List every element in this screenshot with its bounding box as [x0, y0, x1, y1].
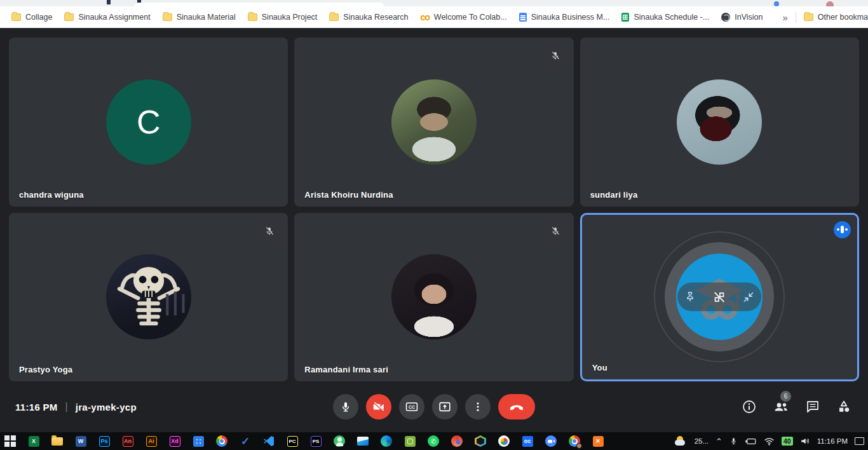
pycharm-icon[interactable]: PC [286, 435, 299, 447]
present-button[interactable] [432, 394, 458, 419]
mic-off-icon [264, 226, 275, 237]
call-end-icon [509, 399, 524, 414]
edge-icon[interactable] [380, 435, 393, 447]
participant-grid: C chandra wiguna Arista Khoiru Nurdina s… [9, 38, 859, 381]
mic-button[interactable] [333, 394, 358, 419]
bookmark-sinauka-project[interactable]: Sinauka Project [248, 13, 318, 22]
droidcam-icon[interactable] [403, 435, 416, 447]
grid-off-icon[interactable] [712, 290, 726, 304]
xampp-icon[interactable]: ✕ [592, 435, 604, 447]
file-explorer-icon[interactable] [51, 435, 64, 447]
more-options-button[interactable] [465, 394, 491, 419]
bookmark-sinauka-assignment[interactable]: Sinauka Assignment [64, 13, 150, 22]
present-screen-icon [438, 400, 452, 414]
hexagon-app-icon[interactable] [474, 435, 487, 447]
tile-chandra-wiguna[interactable]: C chandra wiguna [9, 38, 288, 207]
battery-icon[interactable] [745, 437, 757, 446]
mic-muted-badge [545, 45, 566, 67]
animate-icon[interactable]: An [121, 435, 134, 447]
bookmark-sinauka-schedule[interactable]: Sinauka Schedule -... [621, 13, 709, 22]
battery-percent-badge[interactable]: 40 [782, 437, 793, 446]
folder-icon [163, 13, 172, 21]
photoshop-icon[interactable]: Ps [98, 435, 111, 447]
avatar [106, 254, 191, 339]
whatsapp-icon[interactable]: ✆ [427, 435, 440, 447]
bookmarks-bar: Collage Sinauka Assignment Sinauka Mater… [0, 6, 868, 28]
volume-icon[interactable] [800, 437, 810, 446]
illustrator-icon[interactable]: Ai [145, 435, 158, 447]
chat-icon [805, 399, 820, 414]
captions-icon: CC [405, 400, 419, 414]
calendar-app-icon[interactable] [192, 435, 205, 447]
chrome-icon[interactable] [215, 435, 228, 447]
google-docs-icon [519, 13, 527, 22]
bookmark-sinauka-business[interactable]: Sinauka Business M... [519, 13, 610, 22]
mic-off-icon [550, 226, 561, 237]
adobe-xd-icon[interactable]: Xd [168, 435, 181, 447]
todo-check-icon[interactable]: ✓ [239, 435, 252, 447]
bookmark-sinauka-material[interactable]: Sinauka Material [163, 13, 236, 22]
mail-icon[interactable] [356, 435, 369, 447]
bookmark-welcome-colab[interactable]: co Welcome To Colab... [420, 13, 506, 22]
videocam-off-icon [372, 400, 386, 414]
activities-shapes-icon [836, 399, 851, 414]
bookmark-label: Sinauka Material [177, 13, 236, 22]
zoom-app-icon[interactable] [545, 435, 557, 447]
camera-off-button[interactable] [366, 394, 391, 419]
tile-arista-khoiru-nurdina[interactable]: Arista Khoiru Nurdina [294, 38, 573, 207]
participant-name: chandra wiguna [19, 190, 84, 200]
bookmark-label: Sinauka Schedule -... [634, 13, 709, 22]
folder-icon [329, 13, 339, 21]
folder-icon [64, 13, 74, 21]
tile-you[interactable]: You [580, 213, 859, 382]
other-bookmarks-button[interactable]: Other bookmarks [804, 13, 868, 22]
tile-ramandani-irma-sari[interactable]: Ramandani Irma sari [294, 213, 573, 382]
divider [796, 11, 796, 23]
avatar [391, 79, 477, 165]
bookmark-invision[interactable]: InVision [721, 13, 763, 22]
weather-temp[interactable]: 25... [695, 437, 709, 445]
self-tile-hover-controls [677, 283, 761, 311]
participants-button[interactable]: 6 [773, 399, 789, 414]
start-button[interactable] [4, 435, 17, 447]
globe-icon [721, 13, 730, 22]
weather-icon[interactable] [675, 436, 688, 446]
leave-call-button[interactable] [498, 394, 535, 419]
info-icon [742, 399, 757, 414]
profile-badge [576, 443, 582, 449]
mic-icon [339, 400, 352, 413]
bookmark-sinauka-research[interactable]: Sinauka Research [329, 13, 408, 22]
meet-control-bar: 11:16 PM | jra-ymek-ycp [0, 381, 868, 432]
red-swirl-app-icon[interactable] [451, 435, 463, 447]
skeleton-avatar-art [106, 254, 191, 339]
wifi-icon[interactable] [764, 437, 775, 446]
chrome-profile-window-icon[interactable] [568, 435, 581, 447]
chat-button[interactable] [805, 399, 820, 414]
pin-icon[interactable] [684, 290, 696, 303]
tile-sundari-liya[interactable]: sundari liya [580, 38, 859, 207]
pinwheel-app-icon[interactable] [498, 435, 510, 447]
avatar [391, 254, 477, 339]
excel-icon[interactable]: X [27, 435, 40, 447]
meeting-code[interactable]: jra-ymek-ycp [76, 402, 137, 412]
more-vert-icon [472, 401, 484, 412]
tile-prastyo-yoga[interactable]: Prastyo Yoga [9, 213, 288, 382]
meeting-details-button[interactable] [742, 399, 757, 414]
bookmark-collage[interactable]: Collage [11, 13, 52, 22]
activities-button[interactable] [836, 399, 851, 414]
bookmark-label: Sinauka Business M... [531, 13, 610, 22]
captions-button[interactable]: CC [399, 394, 424, 419]
action-center-icon[interactable] [855, 437, 864, 445]
browser-toolbar-remnant [0, 0, 868, 6]
bookmarks-overflow-chevron[interactable]: » [775, 12, 795, 23]
phpstorm-icon[interactable]: PS [309, 435, 322, 447]
tray-clock[interactable]: 11:16 PM [817, 437, 848, 445]
green-contact-app-icon[interactable] [333, 435, 346, 447]
participants-count-badge: 6 [780, 391, 791, 402]
vscode-icon[interactable] [262, 435, 275, 447]
minimize-icon[interactable] [742, 290, 755, 303]
oc-blue-app-icon[interactable]: oc [521, 435, 534, 447]
word-icon[interactable]: W [74, 435, 87, 447]
tray-mic-icon[interactable] [729, 436, 738, 446]
tray-expand-chevron[interactable]: ⌃ [715, 437, 722, 446]
